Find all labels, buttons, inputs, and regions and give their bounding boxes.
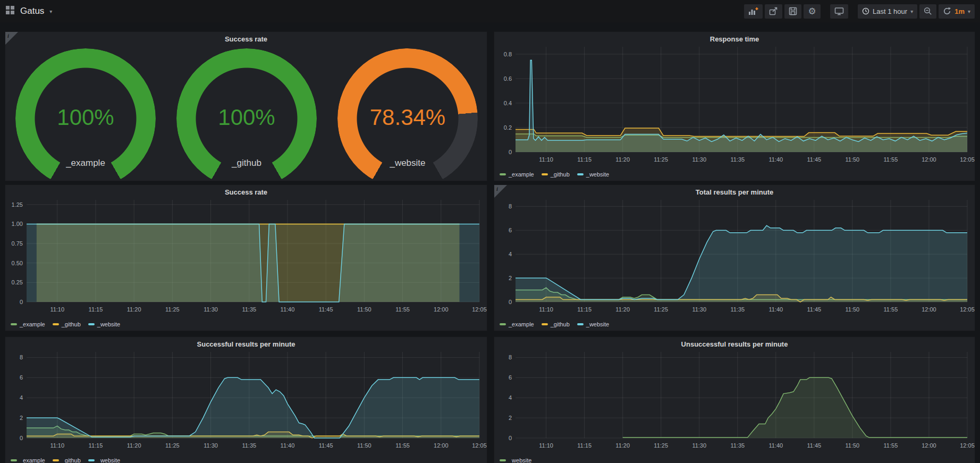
time-range-caret-icon: ▾ [910, 9, 913, 14]
svg-text:4: 4 [20, 394, 23, 401]
legend-label: _github [62, 321, 81, 327]
legend-item-website[interactable]: _website [577, 321, 609, 327]
gauge-github: 100% _github [176, 48, 317, 181]
share-button[interactable] [765, 4, 782, 19]
legend-item-github[interactable]: _github [53, 321, 81, 327]
legend-item-github[interactable]: _github [542, 171, 570, 178]
legend-label: _example [20, 457, 45, 463]
panel-title[interactable]: Response time [494, 35, 975, 43]
svg-text:11:45: 11:45 [319, 442, 333, 449]
legend-label: _website [97, 321, 120, 327]
chart-legend: _example_github_website [500, 171, 609, 178]
svg-text:0.25: 0.25 [12, 279, 23, 285]
clock-icon [862, 7, 869, 15]
legend-label: _github [551, 171, 570, 178]
unsuccessful-results-chart[interactable]: 0246811:1011:1511:2011:2511:3011:3511:40… [494, 337, 975, 463]
refresh-button[interactable]: 1m ▾ [939, 4, 975, 19]
svg-text:11:30: 11:30 [204, 442, 218, 449]
svg-text:12:05: 12:05 [472, 442, 487, 449]
success-rate-chart[interactable]: 00.250.500.751.001.2511:1011:1511:2011:2… [5, 185, 487, 331]
svg-text:11:30: 11:30 [692, 156, 706, 163]
dashboard-title[interactable]: Gatus [20, 6, 44, 16]
legend-label: _github [62, 457, 81, 463]
svg-text:11:20: 11:20 [615, 306, 630, 313]
dashboard-grid-icon[interactable] [5, 5, 15, 17]
save-button[interactable] [784, 4, 801, 19]
panel-title[interactable]: Success rate [5, 188, 487, 196]
svg-text:0.8: 0.8 [504, 51, 512, 57]
svg-text:8: 8 [509, 354, 512, 360]
legend-label: _website [509, 457, 531, 463]
add-panel-icon [748, 7, 758, 15]
svg-text:0.6: 0.6 [504, 75, 512, 82]
tv-mode-button[interactable] [830, 4, 848, 19]
successful-results-chart[interactable]: 0246811:1011:1511:2011:2511:3011:3511:40… [5, 337, 487, 463]
chart-legend: _website [500, 457, 531, 463]
svg-text:11:55: 11:55 [395, 306, 410, 313]
svg-text:11:25: 11:25 [654, 442, 668, 449]
svg-text:11:10: 11:10 [539, 442, 553, 449]
dashboard-caret-icon[interactable]: ▾ [49, 9, 52, 14]
svg-text:11:45: 11:45 [807, 442, 822, 449]
legend-item-website[interactable]: _website [500, 457, 531, 463]
zoom-out-button[interactable] [919, 4, 936, 19]
panel-info-corner[interactable]: i [494, 185, 507, 198]
panel-title[interactable]: Successful results per minute [5, 340, 487, 348]
legend-item-example[interactable]: _example [500, 321, 534, 327]
legend-item-github[interactable]: _github [53, 457, 81, 463]
svg-text:11:35: 11:35 [242, 306, 256, 313]
legend-swatch-icon [11, 459, 17, 461]
response-time-chart[interactable]: 00.20.40.60.811:1011:1511:2011:2511:3011… [494, 32, 975, 181]
svg-text:6: 6 [509, 227, 512, 233]
info-icon: i [496, 186, 498, 192]
legend-label: _example [509, 171, 534, 178]
settings-button[interactable]: ⚙ [804, 4, 821, 19]
svg-text:11:40: 11:40 [768, 442, 783, 449]
total-results-chart[interactable]: 0246811:1011:1511:2011:2511:3011:3511:40… [494, 185, 975, 331]
legend-swatch-icon [88, 459, 95, 461]
svg-text:12:05: 12:05 [960, 156, 975, 163]
svg-text:11:30: 11:30 [692, 442, 706, 449]
svg-text:12:00: 12:00 [434, 306, 449, 313]
add-panel-button[interactable] [744, 4, 763, 19]
time-range-label: Last 1 hour [873, 7, 907, 15]
svg-text:11:10: 11:10 [539, 306, 553, 313]
panel-title[interactable]: Total results per minute [494, 188, 975, 196]
svg-text:1.25: 1.25 [12, 201, 23, 208]
panel-total-results: i Total results per minute 0246811:1011:… [494, 184, 975, 331]
legend-item-example[interactable]: _example [11, 457, 45, 463]
gauge-example: 100% _example [15, 48, 156, 181]
panel-title[interactable]: Success rate [5, 35, 487, 43]
svg-text:8: 8 [20, 354, 23, 360]
svg-text:6: 6 [509, 374, 512, 381]
svg-text:11:45: 11:45 [807, 306, 822, 313]
gauge-label: _github [176, 158, 317, 169]
svg-text:11:15: 11:15 [89, 306, 103, 313]
legend-item-example[interactable]: _example [11, 321, 45, 327]
svg-text:11:50: 11:50 [846, 442, 860, 449]
svg-text:11:20: 11:20 [615, 156, 630, 163]
svg-text:11:50: 11:50 [846, 306, 860, 313]
svg-text:11:10: 11:10 [50, 306, 64, 313]
svg-text:11:40: 11:40 [768, 306, 783, 313]
panel-info-corner[interactable]: i [5, 32, 18, 45]
panel-title[interactable]: Unsuccessful results per minute [494, 340, 975, 348]
legend-item-github[interactable]: _github [542, 321, 570, 327]
svg-text:11:40: 11:40 [281, 442, 295, 449]
gauge-label: _example [15, 158, 156, 169]
legend-item-website[interactable]: _website [88, 321, 120, 327]
gauge-value: 100% [15, 105, 156, 130]
legend-swatch-icon [53, 459, 59, 461]
gauge-label: _website [337, 158, 478, 169]
legend-item-website[interactable]: _website [577, 171, 609, 178]
gauge-value: 100% [176, 105, 317, 130]
svg-text:11:45: 11:45 [319, 306, 333, 313]
time-range-picker[interactable]: Last 1 hour ▾ [858, 4, 917, 19]
svg-text:12:00: 12:00 [922, 306, 936, 313]
legend-swatch-icon [88, 323, 95, 325]
svg-text:12:00: 12:00 [922, 156, 936, 163]
legend-item-website[interactable]: _website [88, 457, 120, 463]
info-icon: i [7, 32, 9, 39]
legend-item-example[interactable]: _example [500, 171, 534, 178]
svg-text:4: 4 [509, 394, 512, 401]
